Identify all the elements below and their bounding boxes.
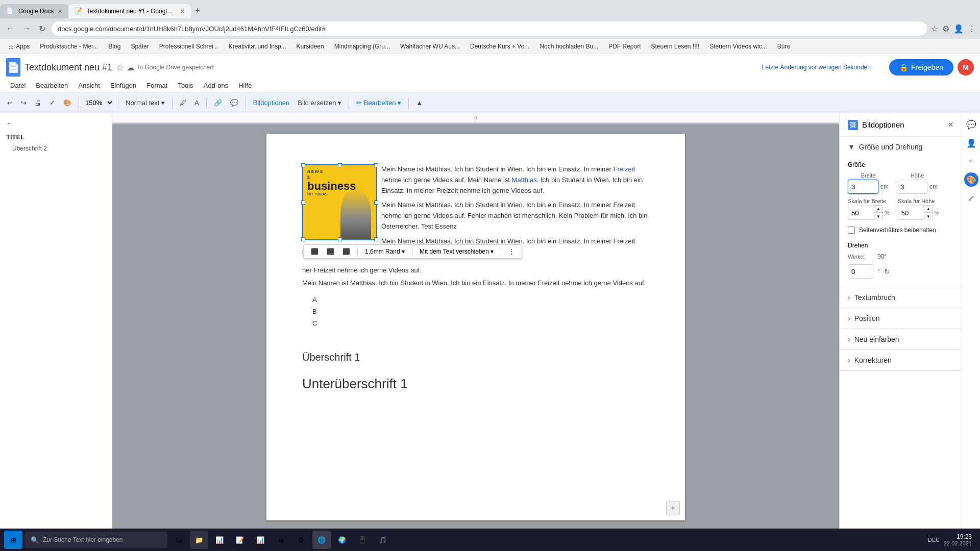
add-icon[interactable]: + <box>964 154 978 168</box>
bookmark-deutsche[interactable]: Deutsche Kurs + Vo... <box>466 42 533 51</box>
powerpoint-icon[interactable]: 🖥 <box>272 531 290 549</box>
tab-textdokument[interactable]: 📝 Textdokument neu #1 - Google ... × <box>68 4 191 18</box>
forward-button[interactable]: → <box>20 22 33 35</box>
print-button[interactable]: 🖨 <box>32 97 44 109</box>
bookmark-später[interactable]: Später <box>127 42 153 51</box>
text-wrap-header[interactable]: › Textumbruch <box>840 287 962 308</box>
start-button[interactable]: ⊞ <box>4 531 22 549</box>
page-add-btn[interactable]: + <box>666 501 680 515</box>
comment-btn[interactable]: 💬 <box>227 97 241 109</box>
link-btn[interactable]: 🔗 <box>211 97 225 109</box>
extension-icon[interactable]: ⚙ <box>942 24 949 34</box>
bookmark-produktsuche[interactable]: Produktsuche - Mer... <box>36 42 102 51</box>
matthias-link[interactable]: Matthias <box>512 176 537 184</box>
menu-einfügen[interactable]: Einfügen <box>106 80 140 91</box>
paint-format-button[interactable]: 🎨 <box>60 97 75 109</box>
align-right-btn[interactable]: ⬛ <box>339 247 353 256</box>
resize-handle-br[interactable] <box>374 237 378 241</box>
reload-button[interactable]: ↻ <box>37 22 47 36</box>
scale-height-down-btn[interactable]: ▼ <box>924 213 933 220</box>
menu-ansicht[interactable]: Ansicht <box>74 80 104 91</box>
excel-icon[interactable]: 📊 <box>251 531 270 549</box>
recolor-header[interactable]: › Neu einfärben <box>840 329 962 349</box>
spellcheck-button[interactable]: ✓ <box>46 97 58 109</box>
more-options-btn[interactable]: ⋮ <box>505 247 518 256</box>
tab-google-docs[interactable]: 📄 Google Docs × <box>0 4 68 18</box>
menu-icon[interactable]: ⋮ <box>968 24 976 34</box>
bookmark-icon[interactable]: ☆ <box>931 24 938 34</box>
tab-close-2[interactable]: × <box>180 7 184 15</box>
new-tab-button[interactable]: + <box>191 4 205 18</box>
paint-highlighter-btn[interactable]: 🖊 <box>177 97 189 109</box>
bookmark-wahlfächer[interactable]: Wahlfächer WU Aus... <box>396 42 464 51</box>
docs-document-title[interactable]: Textdokument neu #1 <box>24 62 112 73</box>
bookmark-pdf[interactable]: PDF Report <box>604 42 645 51</box>
address-input[interactable] <box>52 21 927 36</box>
align-center-btn[interactable]: ⬛ <box>324 247 337 256</box>
bild-ersetzen-button[interactable]: Bild ersetzen ▾ <box>295 97 345 109</box>
profile-icon[interactable]: 👤 <box>953 24 964 34</box>
resize-handle-tl[interactable] <box>301 163 305 167</box>
bildoptionen-button[interactable]: Bildoptionen <box>250 97 293 109</box>
edge-icon[interactable]: 🌍 <box>333 531 351 549</box>
bookmark-blog[interactable]: Blog <box>104 42 125 51</box>
image-container[interactable]: NEWS $ business MIT TOBIAS <box>302 164 377 240</box>
comments-icon[interactable]: 💬 <box>964 117 978 132</box>
normal-text-btn[interactable]: Normal text ▾ <box>122 97 168 109</box>
undo-button[interactable]: ↩ <box>4 97 16 109</box>
aspect-ratio-checkbox[interactable] <box>848 227 855 234</box>
menu-tools[interactable]: Tools <box>174 80 197 91</box>
bookmark-hochladen[interactable]: Noch hochladen Bu... <box>535 42 602 51</box>
zoom-select[interactable]: 150% <box>83 98 114 107</box>
star-icon[interactable]: ☆ <box>116 63 124 72</box>
collapse-toolbar-btn[interactable]: ▲ <box>413 97 426 109</box>
menu-bearbeiten[interactable]: Bearbeiten <box>32 80 72 91</box>
bookmark-steuern-lesen[interactable]: Steuern Lesen !!!! <box>647 42 703 51</box>
explorer-icon[interactable]: 📁 <box>190 531 208 549</box>
sidebar-heading2[interactable]: Überschrift 2 <box>6 145 106 152</box>
scale-height-up-btn[interactable]: ▲ <box>924 206 933 213</box>
width-input[interactable] <box>848 180 878 194</box>
resize-handle-ml[interactable] <box>301 201 305 205</box>
height-input[interactable] <box>897 180 927 194</box>
align-left-btn[interactable]: ⬛ <box>308 247 322 256</box>
spotify-icon[interactable]: 🎵 <box>374 531 392 549</box>
corrections-header[interactable]: › Korrekturen <box>840 350 962 370</box>
angle-input[interactable] <box>848 264 873 279</box>
user-avatar[interactable]: M <box>958 59 974 76</box>
last-edit[interactable]: Letzte Änderung vor wenigen Sekunden <box>762 64 871 71</box>
bookmark-apps[interactable]: ⚏ Apps <box>4 42 34 51</box>
image-selected[interactable]: NEWS $ business MIT TOBIAS <box>302 164 377 240</box>
share-button[interactable]: 🔒 Freigeben <box>889 59 953 76</box>
menu-hilfe[interactable]: Hilfe <box>234 80 256 91</box>
sidebar-back[interactable]: ← <box>6 119 106 127</box>
scale-width-up-btn[interactable]: ▲ <box>874 206 883 213</box>
freizeit-link[interactable]: Freizeit <box>614 165 635 173</box>
scale-width-input[interactable] <box>848 206 874 220</box>
taskscheduler-icon[interactable]: 📊 <box>210 531 229 549</box>
bookmark-steuern-videos[interactable]: Steuern Videos wic... <box>705 42 771 51</box>
chrome-icon[interactable]: 🌐 <box>312 531 331 549</box>
resize-handle-tm[interactable] <box>338 163 342 167</box>
resize-handle-mr[interactable] <box>374 201 378 205</box>
rotate-icon[interactable]: ↻ <box>884 267 890 276</box>
scale-height-input[interactable] <box>898 206 924 220</box>
back-button[interactable]: ← <box>4 22 16 35</box>
bookmark-professionell[interactable]: Professionell Schrei... <box>155 42 223 51</box>
phone-icon[interactable]: 📱 <box>353 531 372 549</box>
resize-handle-bm[interactable] <box>338 237 342 241</box>
palette-icon[interactable]: 🎨 <box>964 172 978 187</box>
menu-format[interactable]: Format <box>142 80 172 91</box>
resize-handle-tr[interactable] <box>374 163 378 167</box>
bookmark-kursideen[interactable]: Kursideen <box>292 42 328 51</box>
bearbeiten-button[interactable]: ✏ Bearbeiten ▾ <box>353 97 404 109</box>
apps-icon[interactable]: ⚙ <box>292 531 310 549</box>
position-header[interactable]: › Position <box>840 308 962 329</box>
scale-width-down-btn[interactable]: ▼ <box>874 213 883 220</box>
expand-icon[interactable]: ⤢ <box>964 191 978 205</box>
bookmark-büro[interactable]: Büro <box>773 42 794 51</box>
menu-addons[interactable]: Add-ons <box>200 80 232 91</box>
margin-btn[interactable]: 1.6mm Rand ▾ <box>362 247 408 256</box>
bookmark-kreativität[interactable]: Kreativität und Insp... <box>225 42 290 51</box>
menu-datei[interactable]: Datei <box>6 80 30 91</box>
